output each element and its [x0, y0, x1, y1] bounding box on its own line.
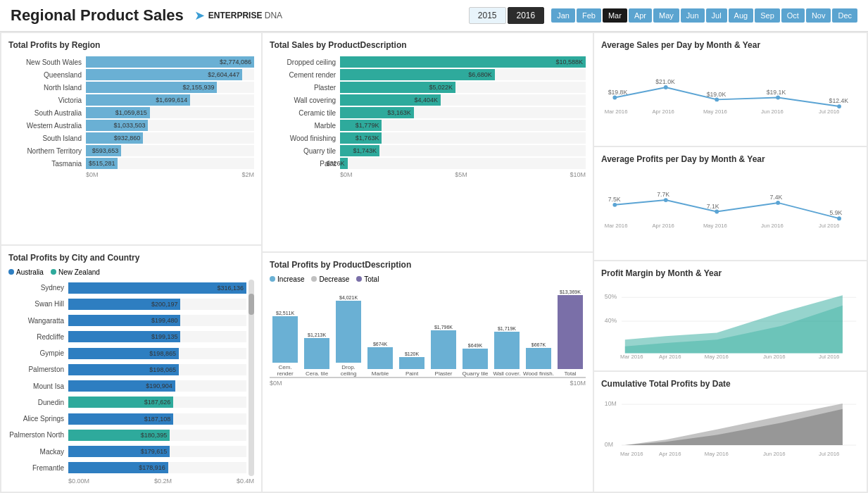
region-bar-container: $1,059,815 — [86, 107, 254, 118]
month-tab-jan[interactable]: Jan — [551, 8, 575, 23]
waterfall-col: $13,369K Total — [555, 289, 586, 377]
product-sales-bar-row: Paint $326K — [270, 158, 586, 169]
profits-by-city-title: Total Profits by City and Country — [8, 253, 254, 263]
product-sales-bar-container: $4,404K — [340, 94, 586, 106]
month-tab-aug[interactable]: Aug — [729, 8, 754, 23]
svg-text:Jul 2016: Jul 2016 — [819, 223, 839, 229]
svg-text:0M: 0M — [605, 441, 613, 448]
svg-point-3 — [776, 96, 780, 100]
product-sales-bar-container: $10,588K — [340, 56, 586, 68]
cumulative-profits-title: Cumulative Total Profits by Date — [601, 379, 860, 389]
main-content: Total Profits by Region New South Wales … — [0, 32, 868, 493]
waterfall-axis-line — [270, 377, 586, 377]
product-sales-bar-container: $6,680K — [340, 69, 586, 80]
wf-bar — [304, 338, 329, 369]
product-sales-bar-row: Quarry tile $1,743K — [270, 145, 586, 156]
region-bar-container: $2,155,939 — [86, 82, 254, 93]
page-title: Regional Product Sales — [11, 6, 184, 25]
month-tab-mar[interactable]: Mar — [603, 8, 627, 23]
svg-point-2 — [715, 97, 719, 101]
city-bar-row: Redcliffe $199,135 — [8, 331, 246, 342]
wf-value: $1,213K — [308, 332, 326, 337]
city-scrollbar[interactable] — [249, 280, 254, 476]
product-sales-bar: $1,779K — [340, 120, 382, 131]
waterfall-col: $649K Quarry tile — [460, 343, 491, 377]
region-bar-label: Western Australia — [8, 122, 86, 130]
svg-text:Apr 2016: Apr 2016 — [652, 223, 674, 229]
city-bar: $199,480 — [68, 315, 180, 326]
month-tab-may[interactable]: May — [653, 8, 679, 23]
wf-bar — [272, 316, 297, 363]
month-tab-nov[interactable]: Nov — [806, 8, 831, 23]
city-bar-row: Sydney $316,136 — [8, 282, 246, 294]
year-tab-2016[interactable]: 2016 — [508, 7, 545, 24]
region-bar-row: Northern Territory $593,653 — [8, 145, 254, 156]
wf-value: $674K — [373, 342, 387, 347]
avg-sales-svg: $19.8K $21.0K $19.0K $19.1K $12.4K Mar 2… — [601, 56, 860, 119]
avg-profits-chart: 7.5K 7.7K 7.1K 7.4K 5.9K Mar 2016 Apr 20… — [601, 170, 860, 233]
wf-bar — [367, 347, 392, 369]
avg-sales-panel: Average Sales per Day by Month & Year $1… — [594, 33, 867, 146]
region-bar-label: Queensland — [8, 71, 86, 79]
month-tab-apr[interactable]: Apr — [629, 8, 652, 23]
city-bar-container: $187,108 — [68, 413, 246, 425]
waterfall-col: $120K Paint — [396, 351, 427, 377]
month-tab-oct[interactable]: Oct — [781, 8, 805, 23]
product-sales-bar: $3,163K — [340, 107, 414, 118]
city-bar-label: Wangaratta — [8, 317, 68, 325]
month-tab-jul[interactable]: Jul — [706, 8, 727, 23]
region-bar-container: $1,033,503 — [86, 120, 254, 131]
region-bar: $515,281 — [86, 158, 118, 169]
product-sales-label: Marble — [270, 122, 340, 130]
product-sales-bar-row: Wood finishing $1,763K — [270, 132, 586, 144]
avg-sales-title: Average Sales per Day by Month & Year — [601, 40, 860, 50]
svg-text:Mar 2016: Mar 2016 — [605, 223, 628, 229]
city-bar: $190,904 — [68, 380, 175, 392]
middle-column: Total Sales by ProductDescription Droppe… — [263, 33, 593, 492]
region-bar-row: Queensland $2,604,447 — [8, 69, 254, 80]
region-bar-label: Tasmania — [8, 160, 86, 168]
region-bar-container: $593,653 — [86, 145, 254, 156]
city-bar: $179,615 — [68, 446, 170, 457]
city-bar-container: $187,626 — [68, 397, 246, 408]
year-tab-2015[interactable]: 2015 — [469, 7, 506, 24]
region-bar-row: South Island $932,860 — [8, 132, 254, 144]
avg-sales-chart: $19.8K $21.0K $19.0K $19.1K $12.4K Mar 2… — [601, 56, 860, 119]
month-tab-feb[interactable]: Feb — [577, 8, 601, 23]
city-bar: $200,197 — [68, 299, 180, 310]
region-bar-row: South Australia $1,059,815 — [8, 107, 254, 118]
waterfall-col: $2,511K Cem. render — [270, 311, 301, 377]
svg-text:$19.0K: $19.0K — [707, 91, 727, 98]
profit-margin-chart: 50% 40% Mar 2016 Apr 2016 May 2016 Jun 2… — [601, 284, 860, 354]
month-tab-jun[interactable]: Jun — [681, 8, 705, 23]
right-column: Average Sales per Day by Month & Year $1… — [594, 33, 867, 492]
product-profits-title: Total Profits by ProductDescription — [270, 260, 586, 270]
city-bar-container: $198,065 — [68, 364, 246, 375]
region-bar-row: Victoria $1,699,614 — [8, 94, 254, 106]
region-bar-label: North Island — [8, 84, 86, 92]
svg-text:$19.1K: $19.1K — [767, 89, 786, 96]
profits-by-city-panel: Total Profits by City and Country Austra… — [1, 246, 261, 492]
product-sales-bar: $1,763K — [340, 132, 382, 144]
svg-text:May 2016: May 2016 — [703, 223, 727, 229]
region-bar-label: South Island — [8, 135, 86, 142]
logo-text: ENTERPRISE DNA — [208, 11, 282, 20]
city-bar-label: Fremantle — [8, 464, 68, 472]
svg-text:5.9K: 5.9K — [829, 209, 842, 216]
svg-text:Apr 2016: Apr 2016 — [659, 354, 681, 360]
city-chart: Sydney $316,136 Swan Hill $200,197 Wanga… — [8, 280, 246, 476]
wf-bar — [463, 349, 487, 369]
city-bar: $178,916 — [68, 462, 168, 473]
cumulative-profits-panel: Cumulative Total Profits by Date 10M 0M … — [594, 372, 867, 492]
product-sales-label: Wood finishing — [270, 135, 340, 142]
product-sales-bar: $326K — [340, 158, 347, 169]
product-sales-bar: $6,680K — [340, 69, 495, 80]
region-axis: $0M $2M — [8, 171, 254, 178]
month-tab-sep[interactable]: Sep — [755, 8, 780, 23]
svg-text:May 2016: May 2016 — [705, 354, 729, 360]
city-bar-container: $200,197 — [68, 299, 246, 310]
product-sales-bar-row: Cement render $6,680K — [270, 69, 586, 80]
month-tab-dec[interactable]: Dec — [832, 8, 857, 23]
svg-text:Jun 2016: Jun 2016 — [763, 354, 786, 360]
wf-bar — [399, 357, 424, 369]
